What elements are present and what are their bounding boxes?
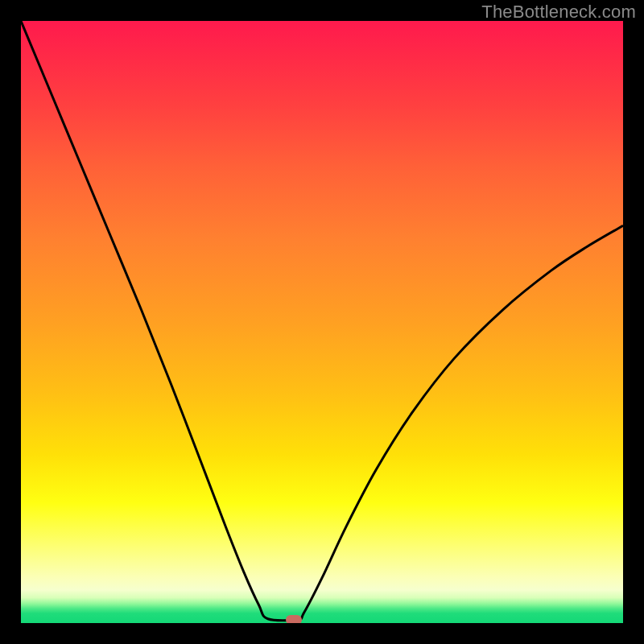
bottleneck-curve (21, 21, 623, 623)
plot-area (21, 21, 623, 623)
bottleneck-curve-path (21, 21, 623, 621)
chart-frame: TheBottleneck.com (0, 0, 644, 644)
optimal-point-marker (286, 615, 302, 624)
watermark-text: TheBottleneck.com (481, 2, 636, 23)
